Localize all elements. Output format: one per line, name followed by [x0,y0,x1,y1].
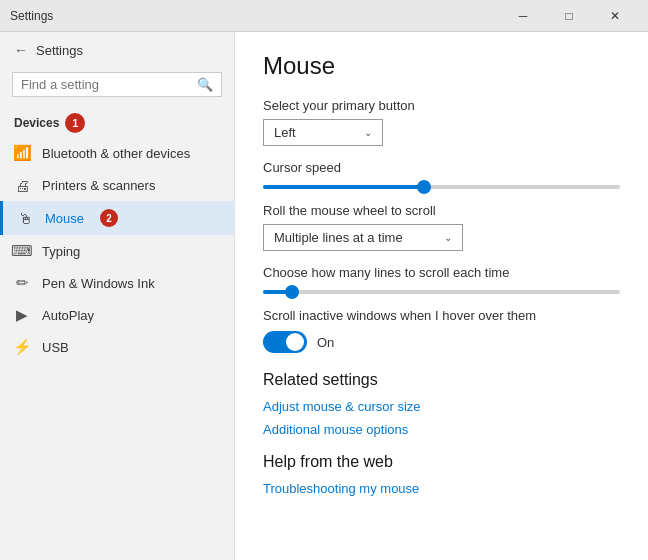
toggle-label: On [317,335,334,350]
cursor-speed-slider[interactable] [263,185,620,189]
sidebar-item-usb[interactable]: ⚡ USB [0,331,234,363]
troubleshooting-link[interactable]: Troubleshooting my mouse [263,481,620,496]
sidebar-item-bluetooth[interactable]: 📶 Bluetooth & other devices [0,137,234,169]
sidebar-item-label: Mouse [45,211,84,226]
primary-button-value: Left [274,125,296,140]
scroll-inactive-toggle[interactable] [263,331,307,353]
scroll-lines-label: Choose how many lines to scroll each tim… [263,265,620,280]
help-section: Help from the web Troubleshooting my mou… [263,453,620,496]
chevron-down-icon: ⌄ [444,232,452,243]
sidebar-item-typing[interactable]: ⌨ Typing [0,235,234,267]
sidebar-title: Settings [36,43,83,58]
slider-thumb[interactable] [285,285,299,299]
minimize-button[interactable]: ─ [500,0,546,32]
scroll-inactive-label: Scroll inactive windows when I hover ove… [263,308,620,323]
section-badge: 1 [65,113,85,133]
primary-button-dropdown[interactable]: Left ⌄ [263,119,383,146]
titlebar: Settings ─ □ ✕ [0,0,648,32]
sidebar-item-label: USB [42,340,69,355]
pen-icon: ✏ [14,275,30,291]
cursor-speed-label: Cursor speed [263,160,620,175]
section-label: Devices 1 [0,105,234,137]
back-arrow-icon: ← [14,42,28,58]
chevron-down-icon: ⌄ [364,127,372,138]
page-title: Mouse [263,52,620,80]
sidebar-item-label: Bluetooth & other devices [42,146,190,161]
sidebar-item-pen[interactable]: ✏ Pen & Windows Ink [0,267,234,299]
scroll-inactive-toggle-row: On [263,331,620,353]
sidebar-item-label: AutoPlay [42,308,94,323]
scroll-wheel-value: Multiple lines at a time [274,230,403,245]
bluetooth-icon: 📶 [14,145,30,161]
section-label-text: Devices [14,116,59,130]
search-input[interactable] [21,77,191,92]
scroll-wheel-dropdown[interactable]: Multiple lines at a time ⌄ [263,224,463,251]
sidebar: ← Settings 🔍 Devices 1 📶 Bluetooth & oth… [0,32,235,560]
sidebar-item-label: Printers & scanners [42,178,155,193]
primary-button-label: Select your primary button [263,98,620,113]
slider-track [263,185,620,189]
mouse-icon: 🖱 [17,210,33,226]
additional-mouse-options-link[interactable]: Additional mouse options [263,422,620,437]
sidebar-item-label: Pen & Windows Ink [42,276,155,291]
autoplay-icon: ▶ [14,307,30,323]
related-settings-title: Related settings [263,371,620,389]
search-box[interactable]: 🔍 [12,72,222,97]
titlebar-controls: ─ □ ✕ [500,0,638,32]
usb-icon: ⚡ [14,339,30,355]
sidebar-item-label: Typing [42,244,80,259]
main-content: Mouse Select your primary button Left ⌄ … [235,32,648,560]
sidebar-item-printers[interactable]: 🖨 Printers & scanners [0,169,234,201]
sidebar-item-autoplay[interactable]: ▶ AutoPlay [0,299,234,331]
typing-icon: ⌨ [14,243,30,259]
sidebar-item-mouse[interactable]: 🖱 Mouse 2 [0,201,234,235]
close-button[interactable]: ✕ [592,0,638,32]
search-icon: 🔍 [197,77,213,92]
app-body: ← Settings 🔍 Devices 1 📶 Bluetooth & oth… [0,32,648,560]
titlebar-title: Settings [10,9,500,23]
help-title: Help from the web [263,453,620,471]
scroll-lines-slider[interactable] [263,290,620,294]
slider-track [263,290,620,294]
scroll-wheel-label: Roll the mouse wheel to scroll [263,203,620,218]
slider-thumb[interactable] [417,180,431,194]
slider-fill [263,185,424,189]
mouse-badge: 2 [100,209,118,227]
adjust-mouse-link[interactable]: Adjust mouse & cursor size [263,399,620,414]
sidebar-back-button[interactable]: ← Settings [0,32,234,68]
printer-icon: 🖨 [14,177,30,193]
related-settings-section: Related settings Adjust mouse & cursor s… [263,371,620,437]
maximize-button[interactable]: □ [546,0,592,32]
toggle-knob [286,333,304,351]
